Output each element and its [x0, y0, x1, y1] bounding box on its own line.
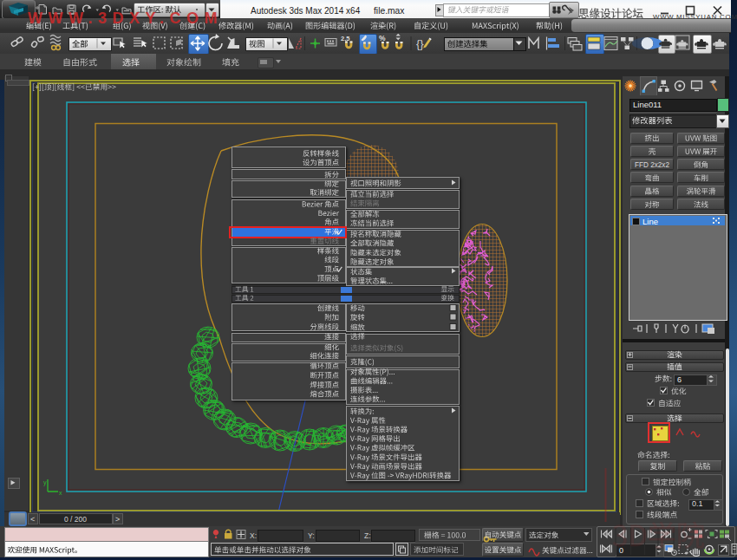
svg-text:x: x: [59, 490, 62, 496]
svg-text:y: y: [43, 479, 47, 486]
